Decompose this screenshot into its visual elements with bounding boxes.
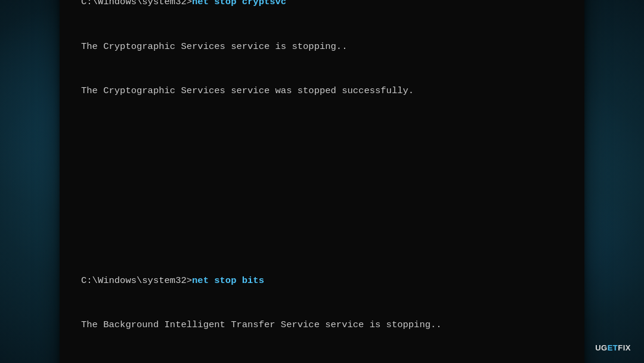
prompt-2: C:\Windows\system32> [81, 0, 192, 7]
terminal-content: C:\Windows\system32>net stop wuauserv Th… [81, 0, 563, 363]
page-wrapper: C:\Windows\system32>net stop wuauserv Th… [0, 0, 644, 363]
output-line-2-1: The Cryptographic Services service is st… [81, 39, 563, 54]
command-line-2: C:\Windows\system32>net stop cryptsvc [81, 0, 563, 10]
command-block-3: C:\Windows\system32>net stop bits The Ba… [81, 244, 563, 363]
command-2: net stop cryptsvc [192, 0, 286, 7]
command-line-3: C:\Windows\system32>net stop bits [81, 273, 563, 288]
command-3: net stop bits [192, 275, 264, 286]
output-line-3-1: The Background Intelligent Transfer Serv… [81, 318, 563, 333]
output-line-2-2: The Cryptographic Services service was s… [81, 84, 563, 99]
gap-2 [81, 176, 563, 184]
watermark-text-normal: UG [595, 343, 608, 352]
terminal-window: C:\Windows\system32>net stop wuauserv Th… [60, 0, 584, 363]
watermark-text-highlight: ET [608, 343, 618, 352]
watermark: UGETFIX [595, 343, 631, 352]
command-block-2: C:\Windows\system32>net stop cryptsvc Th… [81, 0, 563, 128]
prompt-3: C:\Windows\system32> [81, 275, 192, 286]
watermark-text-end: FIX [618, 343, 631, 352]
